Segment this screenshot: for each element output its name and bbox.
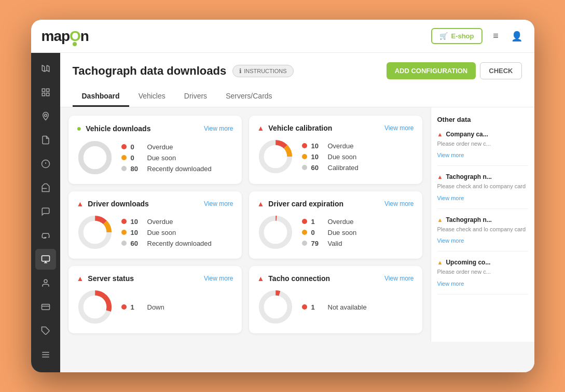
tacho-connection-body: 1 Not available: [257, 289, 414, 325]
add-config-button[interactable]: ADD CONFIGURATION: [387, 62, 476, 79]
svg-point-20: [80, 144, 108, 172]
main-layout: Tachograph data downloads ℹ INSTRUCTIONS…: [31, 53, 534, 372]
device-frame: map O n 🛒 E-shop ≡ 👤: [31, 20, 534, 372]
check-button[interactable]: CHECK: [480, 62, 521, 79]
instructions-button[interactable]: ℹ INSTRUCTIONS: [232, 65, 294, 77]
menu-icon[interactable]: ≡: [489, 29, 503, 44]
panel-company-card: Company ca... Please order new c... View…: [437, 131, 528, 166]
panel-tachograph-2: Tachograph n... Please check and lo comp…: [437, 216, 528, 251]
panel-upcoming-title: Upcoming co...: [437, 259, 528, 266]
driver-downloads-donut: [77, 214, 113, 250]
panel-tacho2-viewmore[interactable]: View more: [437, 237, 464, 244]
tacho-connection-viewmore[interactable]: View more: [384, 275, 414, 282]
tab-servers-cards[interactable]: Servers/Cards: [216, 87, 281, 107]
eshop-button[interactable]: 🛒 E-shop: [431, 28, 482, 44]
sidebar-item-grid[interactable]: [35, 82, 56, 103]
warn-icon-ss: ▲: [77, 274, 84, 283]
svg-rect-1: [46, 89, 49, 91]
cards-layout: ● Vehicle downloads View more: [60, 107, 534, 342]
panel-tacho1-viewmore[interactable]: View more: [437, 195, 464, 201]
status-ok-icon: ●: [77, 124, 82, 133]
sidebar-item-fuel[interactable]: [35, 177, 56, 198]
panel-tacho1-title: Tachograph n...: [437, 173, 528, 180]
driver-card-expiration-body: 1 Overdue 0 Due soon: [257, 214, 414, 250]
driver-card-expiration-card: ▲ Driver card expiration View more: [249, 191, 422, 259]
sidebar-item-map[interactable]: [35, 58, 56, 79]
vehicle-downloads-body: 0 Overdue 0 Due soon: [77, 139, 233, 176]
vehicle-downloads-viewmore[interactable]: View more: [204, 125, 233, 132]
sidebar-item-user[interactable]: [35, 273, 56, 293]
eshop-label: E-shop: [451, 32, 474, 40]
vehicle-calibration-body: 10 Overdue 10 Due soon: [257, 138, 414, 175]
sidebar-item-car[interactable]: [35, 225, 56, 246]
profile-icon[interactable]: 👤: [509, 29, 524, 44]
right-panel: Other data Company ca... Please order ne…: [431, 107, 534, 342]
server-status-viewmore[interactable]: View more: [204, 275, 233, 282]
svg-rect-0: [42, 89, 45, 91]
warn-icon-tc: ▲: [257, 274, 265, 283]
driver-downloads-body: 10 Overdue 10 Due soon: [77, 214, 233, 250]
stat-recently: 80 Recently downloaded: [121, 165, 212, 173]
dot-orange-dd: [121, 230, 127, 235]
page-title-row: Tachograph data downloads ℹ INSTRUCTIONS…: [73, 62, 522, 79]
svg-rect-2: [42, 93, 45, 96]
logo-highlight: O: [70, 28, 80, 45]
sidebar-item-alert[interactable]: [35, 153, 56, 174]
tab-drivers[interactable]: Drivers: [175, 87, 216, 107]
dot-gray-dd: [121, 241, 127, 246]
tacho-connection-header: ▲ Tacho connection View more: [257, 274, 414, 283]
svg-point-12: [44, 279, 47, 283]
warn-yellow-icon-2: [437, 259, 443, 266]
sidebar-item-bars[interactable]: [35, 344, 56, 365]
info-icon: ℹ: [239, 67, 242, 75]
stat-calibrated: 60 Calibrated: [302, 164, 359, 172]
dot-gray-dce: [302, 241, 307, 246]
dot-gray-cal: [302, 165, 307, 170]
stat-due-soon-cal: 10 Due soon: [302, 153, 359, 161]
sidebar-item-tag[interactable]: [35, 320, 56, 341]
sidebar-item-document[interactable]: [35, 130, 56, 150]
vehicle-calibration-card: ▲ Vehicle calibration View more: [249, 116, 422, 184]
server-status-stats: 1 Down: [121, 303, 164, 311]
server-status-body: 1 Down: [77, 289, 233, 325]
dot-orange: [121, 155, 127, 160]
driver-downloads-viewmore[interactable]: View more: [204, 200, 233, 207]
cart-icon: 🛒: [439, 32, 448, 40]
dot-red-tc: [302, 304, 307, 310]
stat-due-soon: 0 Due soon: [121, 154, 212, 162]
topbar: map O n 🛒 E-shop ≡ 👤: [31, 20, 534, 53]
tabs: Dashboard Vehicles Drivers Servers/Cards: [73, 87, 522, 107]
screen: map O n 🛒 E-shop ≡ 👤: [31, 20, 534, 372]
server-status-title: ▲ Server status: [77, 274, 134, 283]
logo: map O n: [42, 28, 89, 45]
tab-vehicles[interactable]: Vehicles: [129, 87, 175, 107]
stat-recently-dd: 60 Recently downloaded: [121, 240, 212, 247]
panel-tacho2-title: Tachograph n...: [437, 216, 528, 223]
dot-red-cal: [302, 143, 307, 148]
panel-company-viewmore[interactable]: View more: [437, 152, 464, 158]
sidebar-item-tachograph[interactable]: [35, 249, 56, 270]
panel-upcoming-viewmore[interactable]: View more: [437, 281, 464, 287]
page-actions: ADD CONFIGURATION CHECK: [387, 62, 522, 79]
driver-card-expiration-viewmore[interactable]: View more: [384, 200, 414, 207]
panel-upcoming: Upcoming co... Please order new c... Vie…: [437, 259, 528, 294]
tab-dashboard[interactable]: Dashboard: [73, 87, 129, 107]
sidebar-item-location[interactable]: [35, 106, 56, 127]
driver-downloads-header: ▲ Driver downloads View more: [77, 200, 233, 208]
warn-icon-driver: ▲: [77, 200, 84, 208]
instructions-label: INSTRUCTIONS: [244, 68, 287, 74]
stat-due-soon-dd: 10 Due soon: [121, 229, 212, 236]
server-status-header: ▲ Server status View more: [77, 274, 233, 283]
driver-downloads-card: ▲ Driver downloads View more: [68, 191, 242, 259]
vehicle-calibration-viewmore[interactable]: View more: [384, 124, 414, 132]
server-status-card: ▲ Server status View more: [68, 266, 242, 333]
sidebar-item-id-card[interactable]: [35, 297, 56, 317]
panel-tachograph-1: Tachograph n... Please check and lo comp…: [437, 173, 528, 208]
tacho-connection-stats: 1 Not available: [302, 303, 367, 311]
sidebar-item-chat[interactable]: [35, 201, 56, 222]
stat-overdue-cal: 10 Overdue: [302, 142, 359, 150]
stat-overdue-dce: 1 Overdue: [302, 218, 357, 226]
stat-down: 1 Down: [121, 303, 164, 311]
sidebar: [31, 53, 60, 372]
vehicle-calibration-title: ▲ Vehicle calibration: [257, 124, 333, 132]
